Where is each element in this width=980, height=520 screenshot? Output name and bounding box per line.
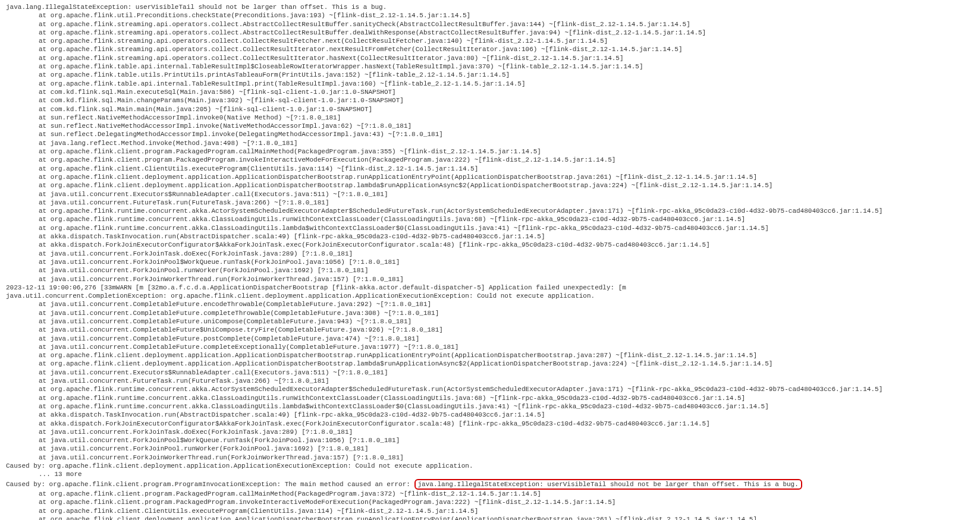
stack-frame: at org.apache.flink.table.api.internal.T… bbox=[6, 62, 974, 71]
stack-frame: at java.util.concurrent.Executors$Runnab… bbox=[6, 190, 974, 198]
stack-frame: at org.apache.flink.streaming.api.operat… bbox=[6, 37, 974, 45]
stack-frame: at java.util.concurrent.ForkJoinPool$Wor… bbox=[6, 258, 974, 266]
stack-frame: at org.apache.flink.client.deployment.ap… bbox=[6, 181, 974, 190]
stack-frame: at java.util.concurrent.CompletableFutur… bbox=[6, 326, 974, 334]
error-highlight-box: java.lang.IllegalStateException: userVis… bbox=[414, 479, 802, 490]
stack-frame: at java.util.concurrent.CompletableFutur… bbox=[6, 335, 974, 343]
stack-frame: at org.apache.flink.client.deployment.ap… bbox=[6, 515, 974, 520]
more-frames: ... 13 more bbox=[6, 470, 974, 478]
log-output[interactable]: java.lang.IllegalStateException: userVis… bbox=[6, 3, 974, 520]
stack-frame: at akka.dispatch.ForkJoinExecutorConfigu… bbox=[6, 241, 974, 249]
stack-frame: at org.apache.flink.streaming.api.operat… bbox=[6, 20, 974, 29]
stack-frame: at java.util.concurrent.CompletableFutur… bbox=[6, 300, 974, 308]
stack-frame: at org.apache.flink.client.program.Packa… bbox=[6, 156, 974, 164]
stack-frame: at java.util.concurrent.CompletableFutur… bbox=[6, 309, 974, 317]
exception-header: java.util.concurrent.CompletionException… bbox=[6, 292, 974, 300]
stack-frame: at java.util.concurrent.FutureTask.run(F… bbox=[6, 198, 974, 207]
stack-frame: at org.apache.flink.runtime.concurrent.a… bbox=[6, 215, 974, 223]
stack-frame: at org.apache.flink.runtime.concurrent.a… bbox=[6, 394, 974, 402]
stack-frame: at com.kd.flink.sql.Main.executeSql(Main… bbox=[6, 88, 974, 96]
stack-frame: at org.apache.flink.client.deployment.ap… bbox=[6, 173, 974, 181]
stack-frame: at java.lang.reflect.Method.invoke(Metho… bbox=[6, 139, 974, 147]
stack-frame: at org.apache.flink.client.program.Packa… bbox=[6, 147, 974, 156]
stack-frame: at java.util.concurrent.ForkJoinTask.doE… bbox=[6, 250, 974, 258]
caused-by: Caused by: org.apache.flink.client.deplo… bbox=[6, 462, 974, 470]
stack-frame: at java.util.concurrent.FutureTask.run(F… bbox=[6, 377, 974, 385]
stack-frame: at java.util.concurrent.CompletableFutur… bbox=[6, 343, 974, 351]
stack-frame: at org.apache.flink.runtime.concurrent.a… bbox=[6, 385, 974, 393]
stack-frame: at org.apache.flink.streaming.api.operat… bbox=[6, 45, 974, 53]
stack-frame: at org.apache.flink.client.program.Packa… bbox=[6, 490, 974, 498]
warn-line: 2023-12-11 19:00:06,276 [33mWARN [m [32m… bbox=[6, 283, 974, 292]
stack-frame: at sun.reflect.DelegatingMethodAccessorI… bbox=[6, 130, 974, 138]
stack-frame: at org.apache.flink.client.deployment.ap… bbox=[6, 351, 974, 360]
stack-frame: at akka.dispatch.ForkJoinExecutorConfigu… bbox=[6, 420, 974, 428]
stack-frame: at java.util.concurrent.ForkJoinPool$Wor… bbox=[6, 436, 974, 445]
stack-frame: at java.util.concurrent.ForkJoinWorkerTh… bbox=[6, 275, 974, 283]
stack-frame: at com.kd.flink.sql.Main.main(Main.java:… bbox=[6, 105, 974, 114]
stack-frame: at org.apache.flink.table.utils.PrintUti… bbox=[6, 71, 974, 79]
stack-frame: at java.util.concurrent.ForkJoinTask.doE… bbox=[6, 428, 974, 436]
stack-frame: at akka.dispatch.TaskInvocation.run(Abst… bbox=[6, 411, 974, 419]
exception-header: java.lang.IllegalStateException: userVis… bbox=[6, 3, 974, 11]
stack-frame: at java.util.concurrent.ForkJoinPool.run… bbox=[6, 266, 974, 275]
stack-frame: at org.apache.flink.client.program.Packa… bbox=[6, 498, 974, 506]
caused-by-prefix: Caused by: org.apache.flink.client.progr… bbox=[6, 481, 414, 488]
caused-by-highlighted: Caused by: org.apache.flink.client.progr… bbox=[6, 479, 974, 490]
stack-frame: at sun.reflect.NativeMethodAccessorImpl.… bbox=[6, 114, 974, 122]
stack-frame: at org.apache.flink.table.api.internal.T… bbox=[6, 80, 974, 88]
stack-frame: at org.apache.flink.runtime.concurrent.a… bbox=[6, 224, 974, 232]
stack-frame: at akka.dispatch.TaskInvocation.run(Abst… bbox=[6, 232, 974, 241]
stack-frame: at org.apache.flink.streaming.api.operat… bbox=[6, 54, 974, 62]
stack-frame: at org.apache.flink.streaming.api.operat… bbox=[6, 29, 974, 37]
stack-frame: at java.util.concurrent.CompletableFutur… bbox=[6, 317, 974, 326]
stack-frame: at java.util.concurrent.Executors$Runnab… bbox=[6, 368, 974, 377]
stack-frame: at org.apache.flink.util.Preconditions.c… bbox=[6, 11, 974, 20]
stack-frame: at sun.reflect.NativeMethodAccessorImpl.… bbox=[6, 122, 974, 130]
stack-frame: at org.apache.flink.client.ClientUtils.e… bbox=[6, 165, 974, 173]
stack-frame: at java.util.concurrent.ForkJoinPool.run… bbox=[6, 445, 974, 453]
stack-frame: at org.apache.flink.client.ClientUtils.e… bbox=[6, 507, 974, 515]
stack-frame: at org.apache.flink.runtime.concurrent.a… bbox=[6, 402, 974, 411]
stack-frame: at java.util.concurrent.ForkJoinWorkerTh… bbox=[6, 453, 974, 462]
stack-frame: at org.apache.flink.runtime.concurrent.a… bbox=[6, 207, 974, 215]
stack-frame: at com.kd.flink.sql.Main.changeParams(Ma… bbox=[6, 96, 974, 105]
stack-frame: at org.apache.flink.client.deployment.ap… bbox=[6, 360, 974, 368]
